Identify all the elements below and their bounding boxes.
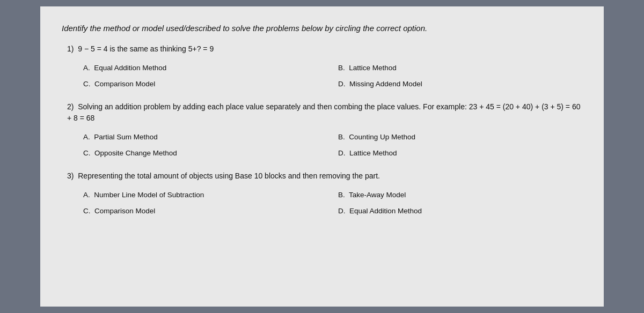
question-1-body: 9 − 5 = 4 is the same as thinking 5+? = …	[78, 44, 214, 53]
question-block-1: 1) 9 − 5 = 4 is the same as thinking 5+?…	[62, 43, 582, 90]
option-2d: D. Lattice Method	[338, 147, 582, 159]
option-3a: A. Number Line Model of Subtraction	[83, 189, 327, 201]
option-3b: B. Take-Away Model	[338, 189, 582, 201]
option-1a: A. Equal Addition Method	[83, 62, 327, 74]
question-3-body: Representing the total amount of objects…	[78, 172, 380, 180]
option-2b: B. Counting Up Method	[338, 131, 582, 143]
question-1-number: 1)	[67, 44, 74, 53]
question-block-3: 3) Representing the total amount of obje…	[62, 170, 582, 217]
question-3-options: A. Number Line Model of Subtraction B. T…	[67, 189, 582, 217]
question-2-number: 2)	[67, 102, 74, 111]
question-3-text: 3) Representing the total amount of obje…	[67, 170, 582, 182]
option-1c: C. Comparison Model	[83, 78, 327, 90]
question-1-options: A. Equal Addition Method B. Lattice Meth…	[67, 62, 582, 90]
instructions: Identify the method or model used/descri…	[62, 23, 582, 34]
option-2c: C. Opposite Change Method	[83, 147, 327, 159]
question-2-body: Solving an addition problem by adding ea…	[67, 102, 581, 122]
question-3-number: 3)	[67, 172, 74, 180]
question-2-options: A. Partial Sum Method B. Counting Up Met…	[67, 131, 582, 159]
option-2a: A. Partial Sum Method	[83, 131, 327, 143]
option-1d: D. Missing Addend Model	[338, 78, 582, 90]
option-3d: D. Equal Addition Method	[338, 205, 582, 217]
page-container: Identify the method or model used/descri…	[40, 6, 604, 307]
question-2-text: 2) Solving an addition problem by adding…	[67, 101, 582, 124]
option-1b: B. Lattice Method	[338, 62, 582, 74]
question-block-2: 2) Solving an addition problem by adding…	[62, 101, 582, 159]
option-3c: C. Comparison Model	[83, 205, 327, 217]
question-1-text: 1) 9 − 5 = 4 is the same as thinking 5+?…	[67, 43, 582, 55]
